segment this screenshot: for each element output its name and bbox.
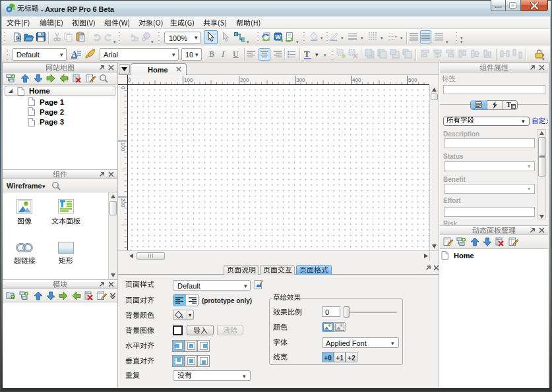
svg-text:A: A xyxy=(71,49,78,59)
svg-text:W: W xyxy=(275,34,281,40)
